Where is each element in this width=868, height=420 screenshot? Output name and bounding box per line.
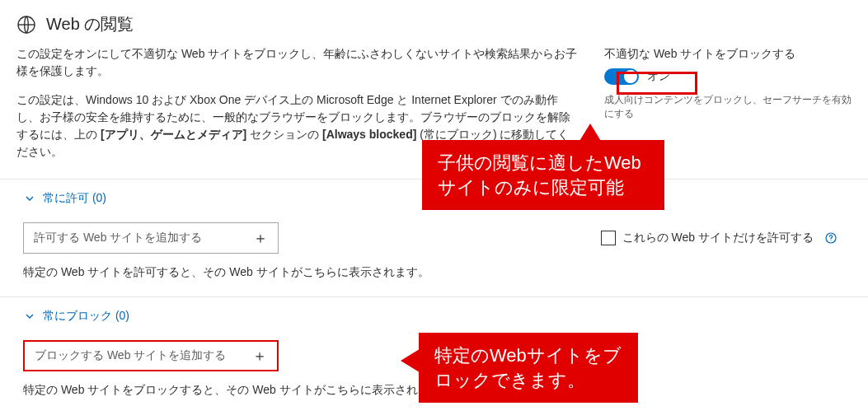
chevron-down-icon — [25, 311, 35, 321]
allow-section-title: 常に許可 (0) — [43, 191, 106, 206]
description-para1: この設定をオンにして不適切な Web サイトをブロックし、年齢にふさわしくないサ… — [16, 45, 579, 80]
toggle-state: オン — [647, 69, 670, 84]
plus-icon: ＋ — [253, 228, 268, 248]
allow-desc: 特定の Web サイトを許可すると、その Web サイトがこちらに表示されます。 — [23, 265, 845, 280]
only-these-sites-checkbox[interactable] — [601, 231, 616, 245]
allow-section-header[interactable]: 常に許可 (0) — [16, 180, 852, 217]
desc-p2-b: セクションの — [250, 128, 322, 141]
block-section-title: 常にブロック (0) — [43, 309, 129, 324]
page-title: Web の閲覧 — [46, 13, 134, 35]
toggle-hint: 成人向けコンテンツをブロックし、セーフサーチを有効にする — [604, 93, 852, 122]
desc-p2-bold1: [アプリ、ゲームとメディア] — [101, 128, 246, 141]
block-section-header[interactable]: 常にブロック (0) — [16, 297, 852, 335]
toggle-label: 不適切な Web サイトをブロックする — [604, 47, 852, 62]
add-block-placeholder: ブロックする Web サイトを追加する — [35, 348, 226, 363]
add-allow-site-input[interactable]: 許可する Web サイトを追加する ＋ — [23, 222, 279, 254]
description-para2: この設定は、Windows 10 および Xbox One デバイス上の Mic… — [16, 91, 579, 161]
desc-p2-bold2: [Always blocked] — [322, 128, 416, 141]
add-allow-placeholder: 許可する Web サイトを追加する — [34, 231, 202, 245]
block-desc: 特定の Web サイトをブロックすると、その Web サイトがこちらに表示されま… — [23, 383, 845, 398]
globe-icon — [16, 15, 36, 35]
help-icon[interactable] — [825, 232, 837, 244]
chevron-down-icon — [25, 194, 35, 203]
plus-icon: ＋ — [252, 346, 267, 366]
svg-point-2 — [830, 240, 831, 240]
add-block-site-input[interactable]: ブロックする Web サイトを追加する ＋ — [23, 340, 279, 371]
only-these-sites-label: これらの Web サイトだけを許可する — [622, 231, 814, 245]
block-inappropriate-toggle[interactable] — [604, 68, 639, 85]
toggle-knob — [624, 70, 637, 83]
